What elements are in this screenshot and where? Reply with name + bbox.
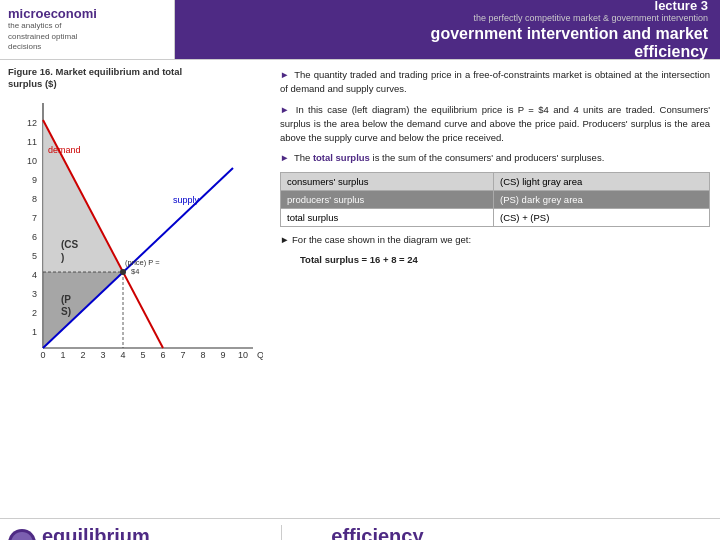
- keyword-equilibrium: equilibrium Defines the market outcome i…: [8, 525, 266, 540]
- cs-label2: ): [61, 252, 64, 263]
- keyword-efficiency: efficiency Related to the possibility to…: [297, 525, 571, 540]
- logo-area: microeconomi the analytics of constraine…: [0, 0, 175, 59]
- svg-text:10: 10: [27, 156, 37, 166]
- svg-text:3: 3: [100, 350, 105, 360]
- svg-text:10: 10: [238, 350, 248, 360]
- for-case-text: ► For the case shown in the diagram we g…: [280, 233, 710, 247]
- equilibrium-circle-inner: [11, 532, 33, 540]
- arrow-3: ►: [280, 152, 289, 163]
- svg-text:1: 1: [60, 350, 65, 360]
- bullet-2: ► In this case (left diagram) the equili…: [280, 103, 710, 146]
- total-value-cell: (CS) + (PS): [493, 208, 709, 226]
- svg-text:2: 2: [32, 308, 37, 318]
- svg-text:4: 4: [120, 350, 125, 360]
- lecture-title: government intervention and market effic…: [187, 25, 708, 61]
- efficiency-label: efficiency: [331, 525, 571, 540]
- svg-text:5: 5: [32, 251, 37, 261]
- demand-label: demand: [48, 145, 81, 155]
- left-panel: Figure 16. Market equilibrium and total …: [0, 60, 270, 516]
- price-value: $4: [131, 267, 139, 276]
- right-panel: ► The quantity traded and trading price …: [270, 60, 720, 516]
- svg-text:7: 7: [180, 350, 185, 360]
- svg-text:0: 0: [40, 350, 45, 360]
- market-chart: 12 11 10 9 8 7 6 5 4 3 2 1 0 1 2 3 4 5 6: [13, 93, 263, 373]
- svg-text:7: 7: [32, 213, 37, 223]
- figure-title: Figure 16. Market equilibrium and total …: [8, 66, 264, 91]
- bottom-keywords: equilibrium Defines the market outcome i…: [0, 521, 720, 540]
- ps-label: (P: [61, 294, 71, 305]
- svg-text:9: 9: [220, 350, 225, 360]
- arrow-2: ►: [280, 104, 289, 115]
- svg-text:12: 12: [27, 118, 37, 128]
- svg-text:11: 11: [27, 137, 37, 147]
- keyword-divider: [281, 525, 282, 540]
- svg-text:6: 6: [160, 350, 165, 360]
- svg-text:1: 1: [32, 327, 37, 337]
- arrow-1: ►: [280, 69, 289, 80]
- divider: [0, 518, 720, 519]
- svg-text:Q: Q: [257, 350, 263, 360]
- svg-text:8: 8: [32, 194, 37, 204]
- ps-value-cell: (PS) dark grey area: [493, 190, 709, 208]
- table-row-ps: producers' surplus (PS) dark grey area: [281, 190, 710, 208]
- chart-container: 12 11 10 9 8 7 6 5 4 3 2 1 0 1 2 3 4 5 6: [13, 93, 263, 373]
- logo-main: microeconomi: [8, 6, 97, 21]
- lecture-number: lecture 3: [187, 0, 708, 13]
- svg-text:4: 4: [32, 270, 37, 280]
- svg-text:5: 5: [140, 350, 145, 360]
- logo-sub: the analytics of constrained optimal dec…: [8, 21, 77, 52]
- supply-label: supply: [173, 195, 200, 205]
- lecture-topic: the perfectly competitive market & gover…: [187, 13, 708, 23]
- bullet-3: ► The total surplus is the sum of the co…: [280, 151, 710, 165]
- equilibrium-label: equilibrium: [42, 525, 266, 540]
- ps-label-cell: producers' surplus: [281, 190, 494, 208]
- table-row-cs: consumers' surplus (CS) light gray area: [281, 172, 710, 190]
- total-surplus-calc: Total surplus = 16 + 8 = 24: [280, 253, 710, 267]
- svg-text:3: 3: [32, 289, 37, 299]
- svg-text:6: 6: [32, 232, 37, 242]
- price-annotation: (price) P =: [125, 258, 160, 267]
- surplus-table: consumers' surplus (CS) light gray area …: [280, 172, 710, 227]
- equilibrium-point: [120, 269, 126, 275]
- bullet-1: ► The quantity traded and trading price …: [280, 68, 710, 97]
- cs-value-cell: (CS) light gray area: [493, 172, 709, 190]
- cs-label: (CS: [61, 239, 79, 250]
- equilibrium-circle: [8, 529, 36, 540]
- total-label-cell: total surplus: [281, 208, 494, 226]
- svg-text:8: 8: [200, 350, 205, 360]
- header-right: lecture 3 the perfectly competitive mark…: [175, 0, 720, 59]
- svg-text:9: 9: [32, 175, 37, 185]
- svg-text:2: 2: [80, 350, 85, 360]
- main-content: Figure 16. Market equilibrium and total …: [0, 60, 720, 516]
- ps-label2: S): [61, 306, 71, 317]
- cs-label-cell: consumers' surplus: [281, 172, 494, 190]
- table-row-total: total surplus (CS) + (PS): [281, 208, 710, 226]
- total-surplus-highlight: total surplus: [313, 152, 370, 163]
- header: microeconomi the analytics of constraine…: [0, 0, 720, 60]
